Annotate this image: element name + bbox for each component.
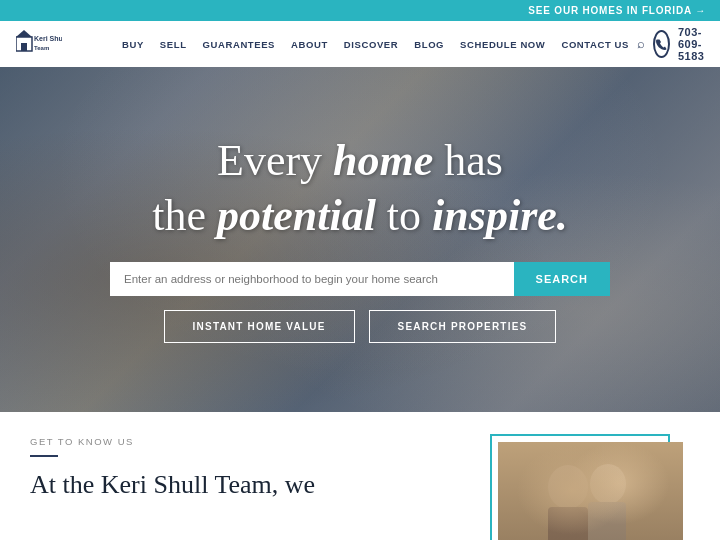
search-bar: SEARCH [110,262,610,296]
hero-italic-home: home [333,136,433,185]
section-label-divider [30,455,58,457]
nav-contact[interactable]: CONTACT US [553,39,637,50]
hero-content: Every home has the potential to inspire.… [90,136,630,342]
search-input[interactable] [110,262,514,296]
logo-icon: Keri Shull Team [16,29,62,60]
svg-text:Keri Shull: Keri Shull [34,35,62,42]
navigation: Keri Shull Team BUY SELL GUARANTEES ABOU… [0,21,720,67]
hero-to: to [376,191,432,240]
instant-home-value-button[interactable]: INSTANT HOME VALUE [164,310,355,343]
nav-sell[interactable]: SELL [152,39,195,50]
nav-buy[interactable]: BUY [114,39,152,50]
hero-has: has [433,136,503,185]
hero-italic-potential: potential [217,191,376,240]
svg-rect-5 [498,442,683,540]
phone-number[interactable]: 703-609-5183 [678,26,715,62]
section-label: GET TO KNOW US [30,436,460,447]
svg-text:Team: Team [34,45,49,51]
hero-section: Every home has the potential to inspire.… [0,67,720,412]
logo[interactable]: Keri Shull Team [16,28,96,60]
svg-point-8 [590,464,626,504]
team-photo [498,442,683,540]
banner-text: SEE OUR HOMES IN FLORIDA → [528,5,706,16]
nav-blog[interactable]: BLOG [406,39,452,50]
section-heading: At the Keri Shull Team, we [30,469,460,502]
search-button[interactable]: SEARCH [514,262,610,296]
hero-title-line1: Every home has [110,136,610,187]
nav-right: ⌕ 703-609-5183 [637,26,715,62]
hero-the: the [152,191,217,240]
nav-schedule[interactable]: SCHEDULE NOW [452,39,553,50]
nav-about[interactable]: ABOUT [283,39,336,50]
hero-cta-row: INSTANT HOME VALUE SEARCH PROPERTIES [110,310,610,343]
svg-rect-7 [548,507,588,540]
nav-discover[interactable]: DISCOVER [336,39,406,50]
nav-guarantees[interactable]: GUARANTEES [195,39,284,50]
top-banner[interactable]: SEE OUR HOMES IN FLORIDA → [0,0,720,21]
nav-links: BUY SELL GUARANTEES ABOUT DISCOVER BLOG … [114,39,637,50]
svg-marker-1 [16,30,32,37]
hero-plain1: Every [217,136,333,185]
team-photo-area [490,434,690,540]
svg-rect-9 [588,502,626,540]
hero-title-line2: the potential to inspire. [110,191,610,242]
get-to-know-section: GET TO KNOW US At the Keri Shull Team, w… [30,434,460,540]
svg-point-6 [548,465,588,509]
search-icon[interactable]: ⌕ [637,36,645,52]
phone-icon[interactable] [653,30,670,58]
svg-rect-2 [21,43,27,51]
search-properties-button[interactable]: SEARCH PROPERTIES [369,310,557,343]
hero-italic-inspire: inspire. [432,191,568,240]
below-hero-section: GET TO KNOW US At the Keri Shull Team, w… [0,412,720,540]
